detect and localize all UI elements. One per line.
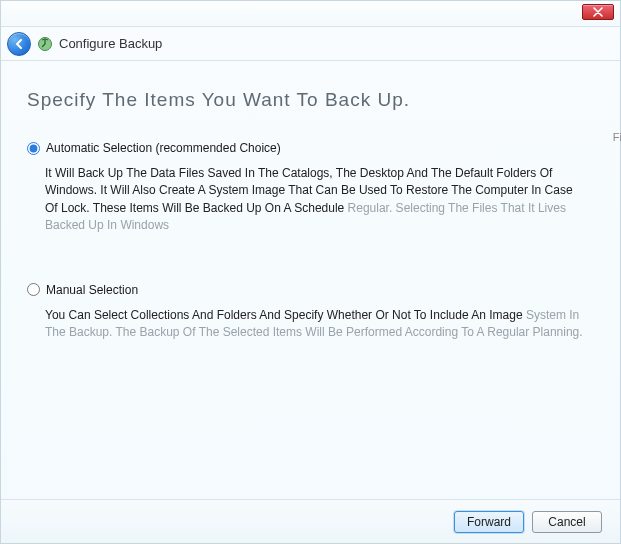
radio-row-manual[interactable]: Manual Selection	[27, 283, 594, 297]
radio-automatic[interactable]	[27, 142, 40, 155]
option-desc-automatic: It Will Back Up The Data Files Saved In …	[27, 165, 594, 235]
close-button[interactable]	[582, 4, 614, 20]
backup-icon	[37, 36, 53, 52]
radio-label-manual: Manual Selection	[46, 283, 138, 297]
side-cut-text: Fi	[613, 131, 621, 143]
back-button[interactable]	[7, 32, 31, 56]
dialog-window: Configure Backup Specify The Items You W…	[0, 0, 621, 544]
radio-label-automatic: Automatic Selection (recommended Choice)	[46, 141, 281, 155]
forward-button[interactable]: Forward	[454, 511, 524, 533]
content-area: Specify The Items You Want To Back Up. A…	[1, 61, 620, 499]
desc-text: You Can Select Collections And Folders A…	[45, 308, 526, 322]
titlebar	[1, 1, 620, 27]
close-icon	[593, 7, 603, 17]
cancel-button[interactable]: Cancel	[532, 511, 602, 533]
radio-manual[interactable]	[27, 283, 40, 296]
radio-row-automatic[interactable]: Automatic Selection (recommended Choice)	[27, 141, 594, 155]
option-automatic: Automatic Selection (recommended Choice)…	[27, 141, 594, 235]
page-heading: Specify The Items You Want To Back Up.	[27, 89, 594, 111]
option-desc-manual: You Can Select Collections And Folders A…	[27, 307, 594, 342]
header-bar: Configure Backup	[1, 27, 620, 61]
arrow-left-icon	[13, 38, 25, 50]
option-manual: Manual Selection You Can Select Collecti…	[27, 283, 594, 342]
footer-bar: Forward Cancel	[1, 499, 620, 543]
header-title: Configure Backup	[59, 36, 162, 51]
